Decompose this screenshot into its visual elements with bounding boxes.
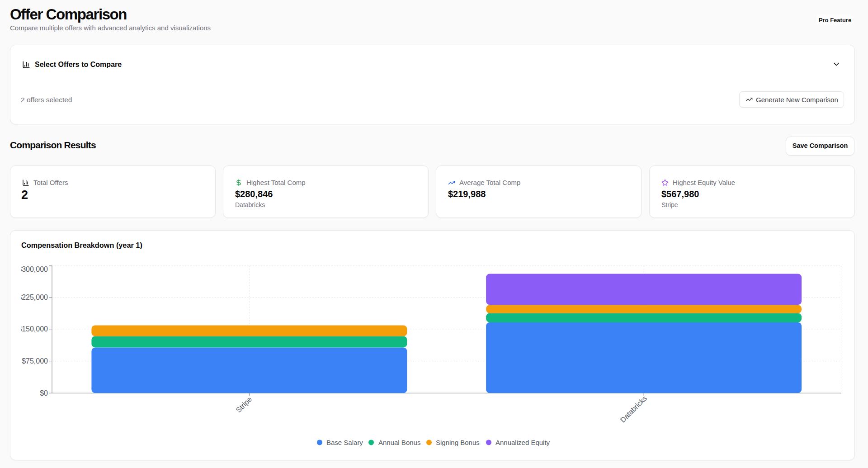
svg-text:Signing Bonus: Signing Bonus (436, 439, 480, 446)
svg-text:Stripe: Stripe (235, 395, 254, 414)
svg-text:Base Salary: Base Salary (326, 439, 363, 446)
svg-text:$150,000: $150,000 (21, 325, 48, 333)
svg-text:Annual Bonus: Annual Bonus (378, 439, 420, 446)
svg-text:Databricks: Databricks (619, 394, 648, 424)
svg-text:$0: $0 (40, 389, 48, 397)
svg-text:$225,000: $225,000 (21, 293, 48, 301)
svg-text:Annualized Equity: Annualized Equity (495, 439, 550, 446)
svg-text:$75,000: $75,000 (22, 357, 48, 365)
svg-text:$300,000: $300,000 (21, 265, 48, 273)
